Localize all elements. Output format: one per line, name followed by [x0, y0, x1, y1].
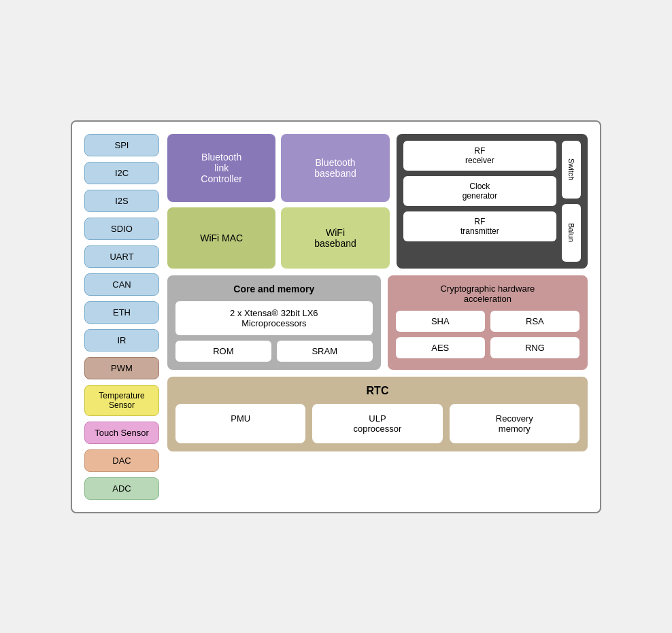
top-row: BluetoothlinkController Bluetoothbaseban… — [167, 134, 588, 269]
rf-receiver: RFreceiver — [403, 141, 556, 171]
iface-i2s: I2S — [84, 190, 159, 212]
diagram-container: SPI I2C I2S SDIO UART CAN ETH IR PWM Tem… — [71, 120, 601, 513]
rf-switch-label: Switch — [567, 158, 575, 180]
core-mem-row: ROM SRAM — [175, 341, 373, 362]
core-memory-section: Core and memory 2 x Xtensa® 32bit LX6Mic… — [167, 275, 381, 370]
iface-spi: SPI — [84, 134, 159, 156]
core-processor-label: 2 x Xtensa® 32bit LX6Microprocessors — [230, 308, 318, 328]
wifi-mac-label: WiFi MAC — [200, 233, 243, 243]
crypto-section: Cryptographic hardwareacceleration SHA R… — [388, 275, 588, 370]
left-column: SPI I2C I2S SDIO UART CAN ETH IR PWM Tem… — [84, 134, 159, 500]
core-rom: ROM — [175, 341, 271, 362]
bt-baseband-label: Bluetoothbaseband — [314, 157, 356, 179]
rtc-title: RTC — [175, 385, 579, 397]
rf-side-boxes: Switch Balun — [562, 141, 581, 262]
iface-ir: IR — [84, 329, 159, 352]
core-processor-box: 2 x Xtensa® 32bit LX6Microprocessors — [175, 301, 373, 335]
rtc-recovery-memory: Recoverymemory — [450, 404, 579, 443]
core-sram: SRAM — [277, 341, 373, 362]
iface-dac: DAC — [84, 449, 159, 472]
wifi-section: WiFi MAC WiFibaseband — [167, 207, 390, 269]
wifi-baseband-label: WiFibaseband — [314, 227, 356, 249]
crypto-grid: SHA RSA AES RNG — [396, 311, 579, 358]
rf-clock-label: Clockgenerator — [463, 182, 497, 201]
crypto-sha: SHA — [396, 311, 485, 332]
bt-baseband: Bluetoothbaseband — [281, 134, 389, 202]
rf-transmitter: RFtransmitter — [403, 211, 556, 241]
bt-link-controller-label: BluetoothlinkController — [201, 152, 242, 184]
crypto-title: Cryptographic hardwareacceleration — [396, 284, 579, 304]
crypto-rsa: RSA — [490, 311, 579, 332]
iface-touch-sensor: Touch Sensor — [84, 422, 159, 444]
rf-section: RFreceiver Clockgenerator RFtransmitter … — [397, 134, 588, 269]
crypto-aes: AES — [396, 337, 485, 358]
iface-pwm: PWM — [84, 357, 159, 379]
rtc-recovery-label: Recoverymemory — [496, 413, 533, 434]
rf-balun: Balun — [562, 204, 581, 262]
iface-adc: ADC — [84, 477, 159, 500]
rf-switch: Switch — [562, 141, 581, 199]
middle-row: Core and memory 2 x Xtensa® 32bit LX6Mic… — [167, 275, 588, 370]
rtc-section: RTC PMU ULPcoprocessor Recoverymemory — [167, 377, 588, 451]
iface-can: CAN — [84, 273, 159, 296]
rf-transmitter-label: RFtransmitter — [460, 217, 499, 236]
rtc-ulp-label: ULPcoprocessor — [354, 413, 402, 434]
rf-clock-generator: Clockgenerator — [403, 176, 556, 206]
rtc-pmu: PMU — [175, 404, 305, 443]
rf-inner: RFreceiver Clockgenerator RFtransmitter — [403, 141, 556, 262]
rf-receiver-label: RFreceiver — [465, 146, 494, 165]
core-memory-title: Core and memory — [175, 284, 373, 294]
iface-uart: UART — [84, 245, 159, 268]
bt-link-controller: BluetoothlinkController — [167, 134, 275, 202]
main-area: BluetoothlinkController Bluetoothbaseban… — [167, 134, 588, 500]
rf-balun-label: Balun — [567, 223, 575, 242]
iface-eth: ETH — [84, 301, 159, 324]
iface-temp-sensor: TemperatureSensor — [84, 385, 159, 416]
rtc-ulp-coprocessor: ULPcoprocessor — [312, 404, 442, 443]
iface-i2c: I2C — [84, 162, 159, 184]
crypto-rng: RNG — [490, 337, 579, 358]
wifi-baseband: WiFibaseband — [281, 207, 389, 269]
rtc-boxes: PMU ULPcoprocessor Recoverymemory — [175, 404, 579, 443]
wifi-mac: WiFi MAC — [167, 207, 275, 269]
bluetooth-section: BluetoothlinkController Bluetoothbaseban… — [167, 134, 390, 202]
iface-sdio: SDIO — [84, 218, 159, 240]
bt-wifi-stack: BluetoothlinkController Bluetoothbaseban… — [167, 134, 390, 269]
